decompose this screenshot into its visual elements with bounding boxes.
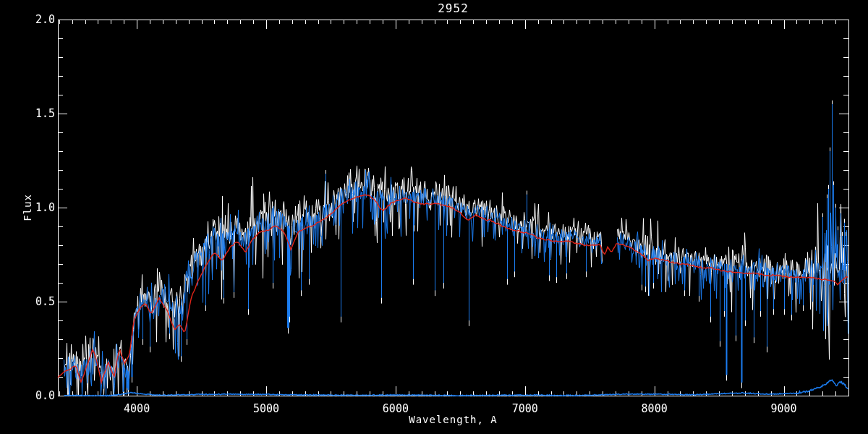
x-tick-label: 9000 bbox=[761, 402, 807, 415]
x-tick-label: 4000 bbox=[114, 402, 160, 415]
x-axis-label: Wavelength, A bbox=[58, 414, 848, 425]
spectrum-plot-window: 2952 Wavelength, A Flux 4000500060007000… bbox=[0, 0, 868, 434]
y-tick-label: 2.0 bbox=[22, 13, 55, 26]
x-tick-label: 8000 bbox=[631, 402, 678, 415]
y-tick-label: 1.0 bbox=[22, 201, 55, 214]
spectrum-canvas bbox=[0, 0, 868, 434]
x-tick-label: 5000 bbox=[243, 402, 289, 415]
x-tick-label: 7000 bbox=[502, 402, 548, 415]
y-tick-label: 0.5 bbox=[22, 295, 55, 308]
plot-title: 2952 bbox=[58, 1, 848, 15]
x-tick-label: 6000 bbox=[373, 402, 419, 415]
y-tick-label: 0.0 bbox=[22, 389, 55, 402]
y-tick-label: 1.5 bbox=[22, 107, 55, 120]
